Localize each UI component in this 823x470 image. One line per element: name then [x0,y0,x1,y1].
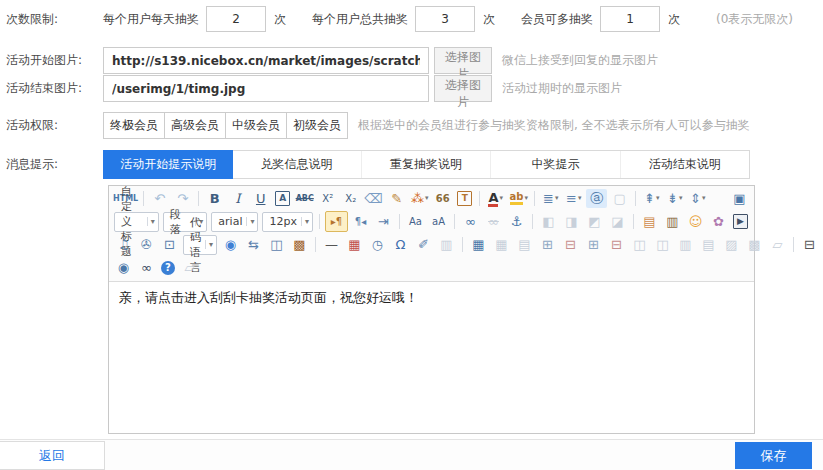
superscript-icon[interactable]: X² [317,189,338,208]
emoticon-icon[interactable]: ☺ [685,212,706,231]
line-spacing-icon[interactable]: ⇕▾ [687,189,708,208]
attachment-icon[interactable]: ✇ [136,235,157,254]
member-option-1[interactable]: 高级会员 [164,112,226,139]
auto-format-icon[interactable]: ⓐ [586,189,607,208]
tab-repeat-draw[interactable]: 重复抽奖说明 [362,151,491,178]
subscript-icon[interactable]: X₂ [340,189,361,208]
toolbar-row-4: ◉∞?▱ [112,256,751,279]
unordered-list-icon[interactable]: ≡▾ [563,189,584,208]
paragraph-after-spacing-icon[interactable]: ⇟▾ [664,189,685,208]
horizontal-rule-icon[interactable]: — [321,235,342,254]
limit-input-2[interactable] [600,6,660,32]
pagebreak-icon[interactable]: ⇆ [243,235,264,254]
snapshot-icon[interactable]: ▩ [289,235,310,254]
help-icon[interactable]: ? [161,261,175,275]
anchor-icon[interactable]: ⚓ [506,212,527,231]
ordered-list-icon[interactable]: ≣▾ [540,189,561,208]
insert-row-icon[interactable]: ⊞ [537,235,558,254]
toolbar-separator [635,191,636,206]
limit-field-label-0: 每个用户每天抽奖 [103,11,199,28]
redo-icon[interactable]: ↷ [172,189,193,208]
format-brush-icon[interactable]: ✎ [386,189,407,208]
delete-col-icon[interactable]: ⊟ [606,235,627,254]
time-icon[interactable]: ◷ [367,235,388,254]
footer-bar: 返回 保存 [0,439,823,470]
end-image-input[interactable] [103,75,429,102]
editor-toolbar: HTML↶↷BIUAABCX²X₂⌫✎⁂▾66TA▾ab▾≣▾≡▾ⓐ▢⇞▾⇟▾⇕… [109,186,754,282]
member-option-3[interactable]: 初级会员 [286,112,348,139]
music-icon[interactable]: ♫ [113,235,134,254]
uppercase-icon[interactable]: Aa [405,212,426,231]
preview-icon[interactable]: ◉ [113,258,134,277]
tab-win-tip[interactable]: 中奖提示 [491,151,620,178]
date-icon[interactable]: ▦ [344,235,365,254]
special-char-icon[interactable]: Ω [390,235,411,254]
font-color-icon[interactable]: A▾ [485,189,506,208]
doc-icon: ▱ [767,235,788,254]
font-size-select[interactable]: 12px▾ [262,212,313,232]
limit-suffix-0: 次 [274,11,286,28]
save-button[interactable]: 保存 [735,442,812,469]
print-icon[interactable]: ⊟ [799,235,820,254]
italic-icon[interactable]: I [227,189,248,208]
tab-activity-start-tip[interactable]: 活动开始提示说明 [103,150,233,179]
tab-activity-end[interactable]: 活动结束说明 [621,151,749,178]
code-language-select[interactable]: 代码语言▾ [183,235,217,255]
ltr-icon[interactable]: ▸¶ [325,211,348,232]
insert-col-icon[interactable]: ⊞ [583,235,604,254]
back-button[interactable]: 返回 [0,441,105,470]
table-sort-icon: ▨ [721,235,742,254]
template-icon[interactable]: ◫ [266,235,287,254]
fullscreen-icon[interactable]: ▣ [729,189,750,208]
limit-input-0[interactable] [206,6,266,32]
font-family-select-value: arial [218,215,242,228]
paragraph-before-spacing-icon[interactable]: ⇞▾ [641,189,662,208]
video-icon[interactable]: ▶ [733,214,748,229]
undo-icon[interactable]: ↶ [149,189,170,208]
custom-title-select[interactable]: 自定义标题▾ [114,212,159,232]
start-image-pick-button[interactable]: 选择图片 [434,47,492,74]
scrawl-icon[interactable]: ✿ [708,212,729,231]
font-family-select[interactable]: arial▾ [211,212,258,232]
highlight-color-icon[interactable]: ab▾ [508,189,529,208]
find-replace-icon[interactable]: ∞ [136,258,157,277]
toolbar-row-1: HTML↶↷BIUAABCX²X₂⌫✎⁂▾66TA▾ab▾≣▾≡▾ⓐ▢⇞▾⇟▾⇕… [112,187,751,210]
toolbar-separator [198,191,199,206]
underline-icon[interactable]: U [250,189,271,208]
insert-image-icon[interactable]: ▤ [639,212,660,231]
limit-row: 次数限制: 每个用户每天抽奖次每个用户总共抽奖次会员可多抽奖次 (0表示无限次) [0,6,793,32]
limit-suffix-2: 次 [668,11,680,28]
edit-doc-icon[interactable]: ✐ [413,235,434,254]
tab-redeem-info[interactable]: 兑奖信息说明 [232,151,361,178]
end-image-pick-button[interactable]: 选择图片 [434,75,492,102]
indent-icon[interactable]: ⇥ [373,212,394,231]
auto-typeset-icon[interactable]: ⁂▾ [409,189,430,208]
member-option-0[interactable]: 终极会员 [103,112,165,139]
end-image-row: 活动结束图片: 选择图片 活动过期时的显示图片 [0,75,622,102]
editor-content[interactable]: 亲，请点击进入刮刮卡抽奖活动页面，祝您好运哦！ [109,282,754,433]
delete-row-icon[interactable]: ⊟ [560,235,581,254]
delete-table-icon: ▦ [491,235,512,254]
toolbar-separator [143,191,144,206]
link-icon[interactable]: ∞ [460,212,481,231]
font-border-icon[interactable]: A [275,191,290,206]
start-image-input[interactable] [103,47,429,74]
split-cols-icon: ▤ [698,235,719,254]
remove-format-icon[interactable]: ⌫ [363,189,384,208]
map-icon[interactable]: ◉ [220,235,241,254]
toolbar-separator [532,214,533,229]
lowercase-icon[interactable]: aA [428,212,449,231]
limit-field-label-2: 会员可多抽奖 [521,11,593,28]
blockquote-icon[interactable]: 66 [432,189,453,208]
member-option-2[interactable]: 中级会员 [225,112,287,139]
paste-template-icon[interactable]: T [457,191,472,206]
font-size-select-value: 12px [269,215,297,228]
rtl-icon[interactable]: ¶◂ [350,212,371,231]
insert-table-icon[interactable]: ▦ [468,235,489,254]
strikethrough-icon[interactable]: ABC [294,189,315,208]
image-manager-icon[interactable]: ▥ [662,212,683,231]
limit-input-1[interactable] [415,6,475,32]
bold-icon[interactable]: B [204,189,225,208]
insert-frame-icon[interactable]: ⊡ [159,235,180,254]
merge-cells-icon: ◫ [629,235,650,254]
